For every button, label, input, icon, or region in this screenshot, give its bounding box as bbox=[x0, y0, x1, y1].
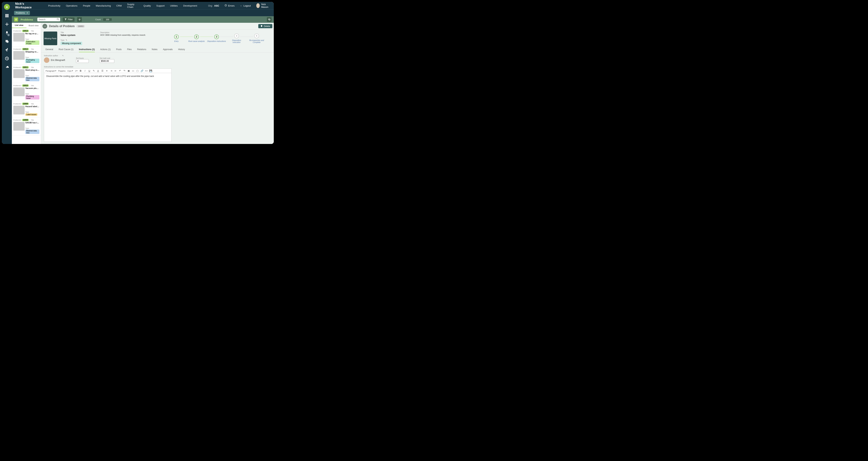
tab-posts[interactable]: Posts bbox=[116, 47, 122, 52]
tab-relations[interactable]: Relations bbox=[137, 47, 146, 52]
list-item[interactable]: ProblemID16909Title Hazard label is da d… bbox=[12, 101, 41, 117]
tab-instructions-[interactable]: Instructions (1) bbox=[79, 47, 95, 52]
add-button[interactable] bbox=[77, 17, 82, 22]
list-item[interactable]: ProblemID16914Title No tag on power clip… bbox=[12, 28, 41, 46]
bell-icon[interactable]: 2 bbox=[5, 31, 9, 36]
title-label: Title bbox=[61, 32, 97, 34]
link-icon[interactable]: 🔗 bbox=[141, 69, 143, 72]
close-icon[interactable]: ✕ bbox=[26, 12, 28, 14]
italic-icon[interactable]: I bbox=[84, 69, 86, 72]
error-icon bbox=[224, 4, 227, 7]
underline-icon[interactable]: U bbox=[88, 69, 91, 72]
tab-approvals[interactable]: Approvals bbox=[163, 47, 173, 52]
type-value[interactable]: Missing component bbox=[61, 42, 82, 45]
tab-notes[interactable]: Notes bbox=[152, 47, 157, 52]
outdent-icon[interactable]: ⇤ bbox=[114, 69, 117, 72]
title-value: Valve system bbox=[61, 34, 97, 36]
add-icon[interactable] bbox=[5, 23, 9, 27]
app-logo[interactable]: a bbox=[4, 4, 10, 10]
workspace-title: Nick's Workspace bbox=[15, 2, 35, 9]
indent-icon[interactable]: ⇥ bbox=[110, 69, 113, 72]
topbar: Nick's Workspace Productivity Operations… bbox=[12, 2, 274, 10]
stage-2[interactable]: 2Root cause analysis bbox=[187, 34, 206, 42]
nav-utilities[interactable]: Utilities bbox=[170, 4, 178, 7]
svg-rect-4 bbox=[6, 15, 7, 16]
lineheight-select[interactable]: 1▾ bbox=[75, 70, 78, 72]
module-icon: ⚙ bbox=[14, 18, 18, 22]
search-box[interactable] bbox=[37, 18, 60, 21]
clock-icon[interactable] bbox=[5, 57, 9, 61]
cost-input[interactable] bbox=[100, 59, 114, 63]
detail-title: Details of Problem bbox=[49, 25, 74, 28]
nav-people[interactable]: People bbox=[83, 4, 90, 7]
list-thumbnail bbox=[13, 122, 25, 131]
nav-productivity[interactable]: Productivity bbox=[48, 4, 60, 7]
nav-manufacturing[interactable]: Manufacturing bbox=[96, 4, 111, 7]
video-icon[interactable]: ▭ bbox=[132, 69, 134, 72]
type-label: Type ✎ bbox=[61, 39, 97, 41]
tab-board-view[interactable]: Board view bbox=[26, 23, 41, 28]
search-input[interactable] bbox=[38, 18, 57, 21]
bold-icon[interactable]: B bbox=[79, 69, 82, 72]
svg-rect-7 bbox=[6, 17, 7, 17]
description-value: HOV 3000 missing from assembly, requires… bbox=[100, 34, 145, 36]
chat-icon[interactable] bbox=[5, 39, 9, 44]
run-icon[interactable] bbox=[5, 48, 9, 53]
code-icon[interactable]: <> bbox=[145, 69, 148, 72]
size-select[interactable]: 11px▾ bbox=[67, 70, 73, 72]
nav-crm[interactable]: CRM bbox=[116, 4, 122, 7]
tab-chip-problems[interactable]: Problems ✕ bbox=[14, 11, 30, 15]
list-item[interactable]: ProblemID16910Title Vacuum plumbin missi… bbox=[12, 83, 41, 101]
tab-list-view[interactable]: List view bbox=[12, 23, 26, 28]
redo-icon[interactable]: ↷ bbox=[123, 69, 126, 72]
chipbar: Problems ✕ bbox=[12, 10, 274, 16]
nav-support[interactable]: Support bbox=[156, 4, 165, 7]
editor-label: Instructions to correct the immediate bbox=[44, 66, 271, 68]
nav-supply-chain[interactable]: Supply Chain bbox=[127, 3, 138, 8]
errors-button[interactable]: Errors bbox=[224, 4, 235, 7]
hours-input[interactable] bbox=[76, 59, 89, 63]
collapse-arrow-icon[interactable]: → bbox=[42, 24, 47, 29]
tab-actions-[interactable]: Actions (1) bbox=[100, 47, 111, 52]
number-list-icon[interactable]: ≡ bbox=[105, 69, 108, 72]
stage-4[interactable]: 4Disposition execution bbox=[227, 34, 246, 43]
list-item[interactable]: ProblemID16913Title Shipping request ASC… bbox=[12, 46, 41, 65]
font-select[interactable]: Poppins bbox=[58, 70, 65, 72]
nav-quality[interactable]: Quality bbox=[144, 4, 151, 7]
editor-content[interactable]: Disassemble the cooling pipe after the p… bbox=[44, 73, 172, 142]
list-item[interactable]: ProblemID16908Title SA53B has the wr Typ… bbox=[12, 117, 41, 136]
stage-1[interactable]: 1Entry bbox=[167, 34, 186, 42]
settings-button[interactable] bbox=[267, 17, 272, 22]
hours-label: Est hours bbox=[76, 57, 89, 59]
image-icon[interactable]: ▣ bbox=[127, 69, 130, 72]
list-item[interactable]: ProblemID16911Title Steel plug materi Ty… bbox=[12, 65, 41, 83]
highlight-icon[interactable]: ✎ bbox=[92, 69, 95, 72]
nav-operations[interactable]: Operations bbox=[66, 4, 78, 7]
stage-5[interactable]: 5Re-inspection and Complete bbox=[248, 34, 266, 43]
apps-icon[interactable] bbox=[5, 14, 9, 19]
tab-history[interactable]: History bbox=[178, 47, 185, 52]
nav-development[interactable]: Development bbox=[183, 4, 197, 7]
media-icon[interactable]: ▢ bbox=[136, 69, 139, 72]
detail-pid-badge: 16893 bbox=[76, 25, 85, 28]
svg-rect-2 bbox=[7, 14, 8, 15]
style-select[interactable]: Paragraph▾ bbox=[45, 70, 56, 72]
delete-button[interactable]: Delete bbox=[258, 24, 272, 28]
edit-icon[interactable]: ✎ bbox=[62, 55, 64, 57]
user-menu[interactable]: Nick Mason bbox=[256, 3, 271, 8]
undo-icon[interactable]: ↶ bbox=[119, 69, 121, 72]
tab-general[interactable]: General bbox=[45, 47, 53, 52]
logout-button[interactable]: ← Logout bbox=[240, 4, 251, 7]
save-icon[interactable]: 💾 bbox=[149, 69, 152, 72]
svg-rect-5 bbox=[7, 15, 8, 16]
svg-rect-1 bbox=[6, 14, 7, 15]
bullet-list-icon[interactable]: ☰ bbox=[101, 69, 104, 72]
org-value[interactable]: ASC bbox=[214, 4, 219, 7]
edit-icon[interactable]: ✎ bbox=[66, 39, 67, 41]
filter-button[interactable]: Filter bbox=[63, 18, 74, 22]
tab-root-cause-[interactable]: Root Cause (1) bbox=[59, 47, 73, 52]
color-icon[interactable]: A bbox=[97, 69, 99, 72]
stage-3[interactable]: 3Disposition instructions bbox=[208, 34, 226, 42]
tab-files[interactable]: Files bbox=[127, 47, 132, 52]
cloud-upload-icon[interactable] bbox=[5, 65, 9, 70]
